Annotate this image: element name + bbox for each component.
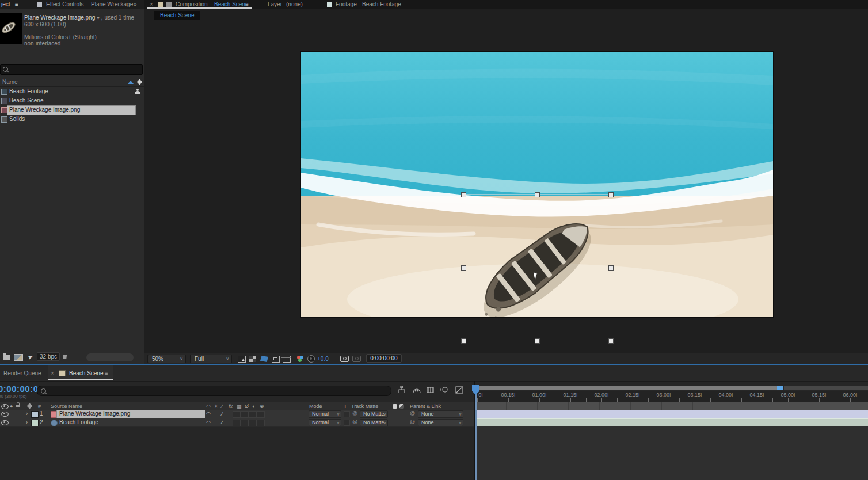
switch-cell[interactable] — [241, 411, 249, 418]
project-list-header[interactable]: Name — [0, 78, 144, 87]
close-icon[interactable]: × — [51, 370, 54, 376]
selection-handle-mid-left[interactable] — [461, 265, 466, 271]
mini-flowchart-icon[interactable] — [397, 386, 408, 395]
show-snapshot-icon[interactable] — [352, 356, 361, 362]
grid-guide-options-icon[interactable] — [238, 356, 246, 363]
shy-layers-icon[interactable] — [412, 386, 422, 395]
viewer-timecode[interactable]: 0:00:00:00 — [366, 354, 402, 363]
take-snapshot-icon[interactable] — [340, 356, 349, 362]
switch-cell[interactable] — [233, 420, 241, 426]
tab-effect-controls[interactable]: Effect Controls — [46, 1, 83, 7]
switch-cell[interactable] — [241, 420, 249, 426]
matte-toggle-icon[interactable] — [393, 404, 397, 409]
selection-handle-bottom-center[interactable] — [535, 338, 540, 344]
matte-pickwhip-icon[interactable]: @ — [352, 419, 357, 425]
preserve-transparency-icon[interactable] — [399, 404, 404, 409]
tab-timeline-beach-scene[interactable]: × Beach Scene ≡ — [48, 365, 113, 380]
tab-footage-target[interactable]: Beach Footage — [362, 1, 401, 7]
project-item-label[interactable]: Solids — [9, 116, 25, 122]
timeline-graph-background[interactable] — [475, 426, 868, 480]
switch-cell[interactable] — [257, 411, 265, 418]
quality-toggle[interactable]: ∕ — [222, 420, 223, 425]
mask-visibility-icon[interactable] — [260, 356, 268, 362]
viewer-tab-beach-scene[interactable]: Beach Scene — [154, 11, 200, 20]
tab-render-queue[interactable]: Render Queue — [3, 370, 41, 376]
layer-row-2[interactable]: › 2 Beach Footage ◠ ∕ Normal ∨ @ No Matt… — [0, 418, 474, 427]
project-item-beach-scene[interactable]: Beach Scene — [0, 96, 144, 105]
close-tab-icon[interactable]: × — [150, 1, 153, 7]
exposure-value[interactable]: +0.0 — [317, 356, 329, 362]
magnification-dropdown[interactable]: 50% ∨ — [147, 355, 186, 363]
tab-footage[interactable]: Footage — [336, 1, 357, 7]
work-area-end-handle[interactable] — [777, 386, 783, 390]
tab-overflow-icon[interactable]: » — [134, 1, 137, 7]
composition-menu-icon[interactable]: ≡ — [245, 1, 249, 7]
motion-blur-icon[interactable] — [440, 386, 450, 395]
label-color-swatch[interactable] — [31, 411, 39, 418]
layer-duration-bar-2[interactable] — [477, 418, 868, 427]
parent-dropdown[interactable]: None ∨ — [418, 419, 463, 426]
preserve-transparency-cell[interactable] — [344, 420, 350, 426]
tab-menu-icon[interactable]: ≡ — [105, 370, 108, 376]
project-item-plane-wreckage[interactable]: Plane Wreckage Image.png — [0, 105, 144, 115]
bit-depth-button[interactable]: 32 bpc — [37, 352, 60, 361]
expand-chevron-icon[interactable]: › — [26, 419, 28, 425]
track-matte-dropdown[interactable]: No Matte ∨ — [360, 419, 388, 426]
sort-ascending-icon[interactable] — [128, 81, 134, 84]
new-folder-icon[interactable] — [3, 355, 10, 360]
switch-cell[interactable] — [249, 411, 257, 418]
preserve-transparency-cell[interactable] — [344, 411, 350, 417]
graph-editor-icon[interactable] — [455, 386, 465, 395]
name-column-header[interactable]: Name — [2, 79, 18, 85]
layer-visibility-toggle[interactable] — [1, 420, 9, 425]
panel-menu-icon[interactable]: ≡ — [15, 1, 18, 7]
frame-blending-icon[interactable] — [426, 386, 436, 395]
panel-column-divider[interactable] — [474, 381, 475, 480]
filename-dropdown-icon[interactable]: ▾ — [97, 14, 100, 21]
pixel-aspect-correction-icon[interactable] — [283, 356, 291, 363]
resolution-dropdown[interactable]: Full ∨ — [190, 355, 232, 363]
shy-toggle[interactable]: ◠ — [206, 411, 211, 417]
region-of-interest-icon[interactable] — [272, 356, 280, 363]
blend-mode-dropdown[interactable]: Normal ∨ — [309, 419, 341, 426]
selection-handle-mid-right[interactable] — [608, 265, 614, 271]
selection-handle-top-center[interactable] — [535, 192, 540, 197]
layer-row-1[interactable]: › 1 Plane Wreckage Image.png ◠ ∕ Normal … — [0, 410, 474, 418]
work-area-bar[interactable] — [476, 386, 779, 390]
new-composition-icon[interactable] — [14, 354, 23, 361]
matte-pickwhip-icon[interactable]: @ — [352, 410, 357, 416]
layer-name[interactable]: Plane Wreckage Image.png — [59, 410, 130, 417]
parent-dropdown[interactable]: None ∨ — [418, 410, 463, 418]
timeline-scrollbar[interactable] — [784, 386, 868, 390]
selection-handle-top-left[interactable] — [461, 192, 466, 197]
tab-composition-target[interactable]: Beach Scene — [214, 1, 249, 7]
shy-toggle[interactable]: ◠ — [206, 420, 211, 425]
selection-handle-bottom-left[interactable] — [461, 338, 466, 344]
selection-handle-bottom-right[interactable] — [608, 338, 614, 344]
blend-mode-dropdown[interactable]: Normal ∨ — [309, 410, 341, 418]
show-channel-icon[interactable] — [297, 356, 304, 362]
delete-icon[interactable] — [62, 354, 67, 359]
track-matte-column-header[interactable]: Track Matte — [351, 403, 378, 409]
layer-name[interactable]: Beach Footage — [59, 419, 98, 425]
source-name-column-header[interactable]: Source Name — [51, 403, 82, 409]
project-item-solids[interactable]: Solids — [0, 115, 144, 124]
tab-project[interactable]: ject — [1, 1, 10, 7]
parent-link-column-header[interactable]: Parent & Link — [410, 403, 441, 409]
label-column-icon[interactable] — [137, 79, 143, 85]
tab-layer-target[interactable]: (none) — [286, 1, 303, 7]
tab-effect-controls-target[interactable]: Plane Wreckage — [91, 1, 133, 7]
parent-pickwhip-icon[interactable]: @ — [410, 410, 415, 416]
playhead-line[interactable] — [475, 394, 477, 480]
tab-composition[interactable]: Composition — [176, 1, 208, 7]
project-item-label[interactable]: Beach Footage — [9, 88, 48, 94]
label-color-swatch[interactable] — [31, 420, 39, 426]
project-item-beach-footage[interactable]: Beach Footage — [0, 87, 144, 96]
timeline-search-input[interactable] — [37, 386, 391, 396]
exposure-icon[interactable] — [307, 355, 315, 363]
switch-cell[interactable] — [257, 420, 265, 426]
selection-handle-top-right[interactable] — [608, 192, 614, 197]
interpret-footage-icon[interactable] — [135, 89, 140, 94]
mode-column-header[interactable]: Mode — [309, 403, 322, 409]
transparency-grid-icon[interactable] — [249, 356, 256, 362]
